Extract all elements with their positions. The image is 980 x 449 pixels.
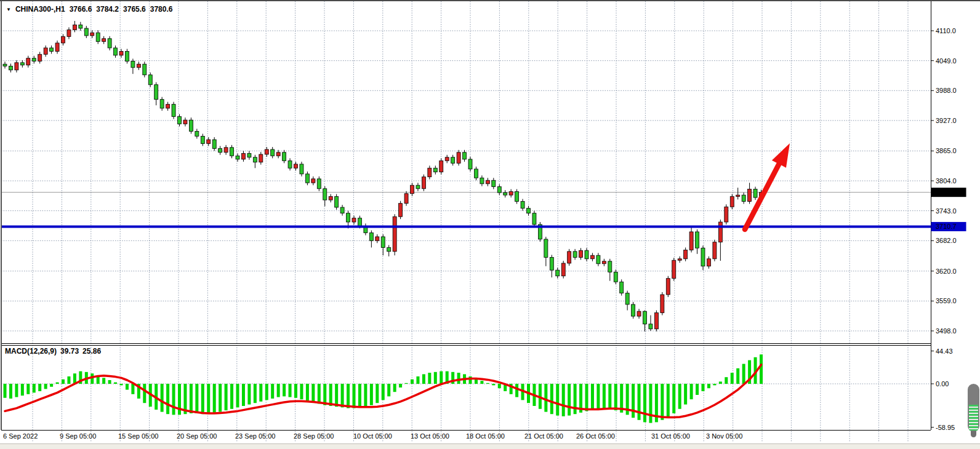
low-value: 3765.6: [123, 5, 146, 14]
high-value: 3784.2: [96, 5, 119, 14]
svg-text:3865.0: 3865.0: [936, 147, 957, 154]
macd-signal-value: 25.86: [82, 347, 101, 356]
open-value: 3766.6: [70, 5, 92, 14]
svg-text:3559.0: 3559.0: [936, 297, 957, 304]
svg-text:0.00: 0.00: [936, 380, 949, 387]
svg-text:3620.0: 3620.0: [936, 268, 957, 275]
svg-text:3804.0: 3804.0: [936, 177, 957, 185]
svg-text:31 Oct 05:00: 31 Oct 05:00: [651, 432, 690, 440]
svg-text:3 Nov 05:00: 3 Nov 05:00: [706, 432, 742, 440]
collapse-chart-icon[interactable]: ▼: [6, 6, 11, 12]
svg-text:23 Sep 05:00: 23 Sep 05:00: [235, 432, 275, 440]
svg-text:20 Sep 05:00: 20 Sep 05:00: [177, 432, 217, 440]
price-axis[interactable]: 4110.04049.03988.03927.03865.03804.03743…: [931, 27, 966, 431]
svg-text:3927.0: 3927.0: [936, 117, 957, 124]
trend-arrow-annotation[interactable]: [745, 143, 790, 229]
svg-text:4110.0: 4110.0: [936, 27, 956, 34]
svg-text:26 Oct 05:00: 26 Oct 05:00: [576, 432, 615, 440]
scroll-indicator-stripes: [969, 405, 978, 431]
svg-text:3988.0: 3988.0: [936, 87, 957, 94]
svg-text:6 Sep 2022: 6 Sep 2022: [3, 432, 38, 440]
svg-text:44.43: 44.43: [936, 348, 953, 355]
macd-main-value: 39.73: [60, 347, 79, 356]
chart-canvas[interactable]: 4110.04049.03988.03927.03865.03804.03743…: [0, 1, 980, 449]
svg-text:3780.6: 3780.6: [936, 189, 957, 196]
close-value: 3780.6: [150, 5, 173, 14]
symbol-timeframe-label: CHINA300-,H1: [15, 5, 65, 14]
svg-text:3498.0: 3498.0: [936, 327, 957, 335]
svg-text:28 Sep 05:00: 28 Sep 05:00: [294, 432, 334, 440]
svg-text:4049.0: 4049.0: [936, 57, 957, 65]
svg-text:3710.7: 3710.7: [936, 223, 957, 230]
window-bottom-strip: [0, 443, 980, 449]
macd-name: MACD(12,26,9): [5, 347, 57, 356]
svg-text:3743.0: 3743.0: [936, 207, 957, 215]
macd-pane: [4, 354, 763, 423]
svg-text:15 Sep 05:00: 15 Sep 05:00: [118, 432, 158, 440]
time-axis[interactable]: 6 Sep 20229 Sep 05:0015 Sep 05:0020 Sep …: [3, 432, 742, 440]
chart-ohlc-header: ▼ CHINA300-,H1 3766.6 3784.2 3765.6 3780…: [6, 5, 172, 14]
svg-text:13 Oct 05:00: 13 Oct 05:00: [411, 432, 449, 440]
scroll-indicator[interactable]: [968, 384, 979, 432]
scroll-indicator-nub[interactable]: [971, 431, 976, 437]
svg-text:9 Sep 05:00: 9 Sep 05:00: [60, 432, 96, 440]
macd-indicator-label: MACD(12,26,9) 39.73 25.86: [5, 347, 101, 356]
svg-text:18 Oct 05:00: 18 Oct 05:00: [466, 432, 505, 440]
mt4-chart-window: ▼ CHINA300-,H1 3766.6 3784.2 3765.6 3780…: [0, 0, 980, 449]
svg-text:-58.95: -58.95: [936, 424, 955, 431]
svg-text:3682.0: 3682.0: [936, 237, 957, 244]
svg-text:21 Oct 05:00: 21 Oct 05:00: [524, 432, 563, 440]
svg-text:10 Oct 05:00: 10 Oct 05:00: [353, 432, 392, 440]
